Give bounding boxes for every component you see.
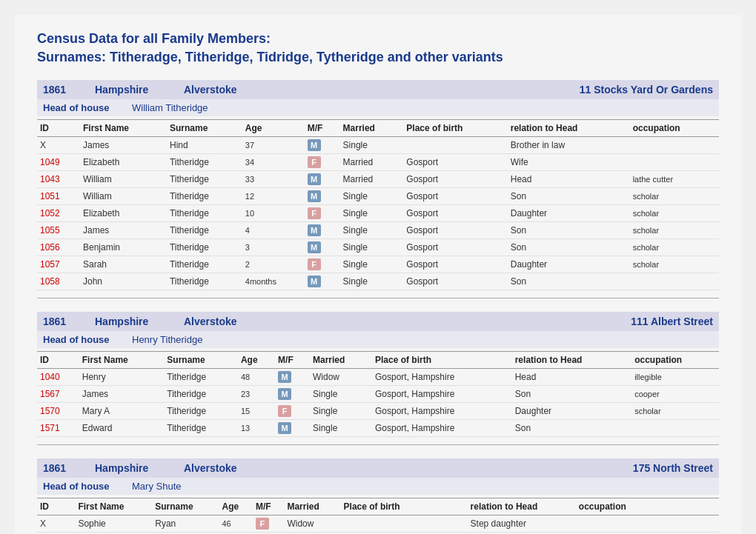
cell-id[interactable]: 1058 [37,273,80,290]
block-subheader-1: Head of house Henry Titheridge [37,331,719,348]
census-table-0: IDFirst NameSurnameAgeM/FMarriedPlace of… [37,119,719,290]
block-year: 1861 [43,84,80,96]
table-row: 1049ElizabethTitheridge34FMarriedGosport… [37,154,719,171]
cell-place-of-birth: Gosport [403,171,507,188]
cell-occupation: scholar [630,188,719,205]
cell-id[interactable]: 1567 [37,386,79,403]
cell-first-name: John [80,273,167,290]
table-row: 1057SarahTitheridge2FSingleGosportDaught… [37,256,719,273]
column-header: Age [238,352,275,369]
cell-married: Widow [310,369,372,386]
cell-place-of-birth: Gosport [403,205,507,222]
cell-married: Single [310,386,372,403]
block-year: 1861 [43,462,80,474]
cell-place-of-birth: Gosport, Hampshire [372,369,512,386]
column-header: Place of birth [403,120,507,137]
female-badge: F [308,258,321,270]
male-badge: M [308,190,321,202]
table-row: XJamesHind37MSingleBrother in law [37,137,719,154]
column-header: ID [37,120,80,137]
block-county: Hampshire [95,462,169,474]
cell-relation: Daughter [508,256,630,273]
cell-first-name: James [79,386,165,403]
table-row: 1058JohnTitheridge4monthsMSingleGosportS… [37,273,719,290]
cell-age: 12 [242,188,305,205]
cell-id[interactable]: 1052 [37,205,80,222]
column-header: ID [37,498,75,515]
cell-first-name: Sarah [80,256,167,273]
cell-first-name: Edward [79,420,165,437]
block-parish: Alverstoke [184,316,273,327]
female-badge: F [278,405,291,417]
cell-married: Single [340,239,404,256]
page-container: Census Data for all Family Members: Surn… [15,15,741,534]
census-block-1: 1861 Hampshire Alverstoke 111 Albert Str… [37,312,719,445]
cell-relation: Wife [508,154,630,171]
cell-occupation: scholar [630,256,719,273]
table-row: XSophieRyan46FWidowStep daughter [37,515,719,533]
column-header: First Name [75,498,152,515]
cell-id[interactable]: 1055 [37,222,80,239]
cell-married: Single [340,188,404,205]
cell-id[interactable]: 1571 [37,420,79,437]
female-badge: F [256,518,269,530]
female-badge: F [308,156,321,168]
cell-age: 46 [219,515,253,533]
cell-mf: M [305,188,340,205]
column-header: relation to Head [468,498,576,515]
cell-surname: Titheridge [167,222,242,239]
cell-id[interactable]: 1056 [37,239,80,256]
cell-surname: Titheridge [167,273,242,290]
cell-id[interactable]: 1040 [37,369,79,386]
cell-id[interactable]: 1043 [37,171,80,188]
cell-age: 3 [242,239,305,256]
cell-occupation [630,273,719,290]
cell-surname: Titheridge [167,171,242,188]
column-header: relation to Head [508,120,630,137]
cell-mf: M [275,369,310,386]
cell-relation: Daughter [512,403,631,420]
head-of-house-name: William Titheridge [132,102,208,113]
block-parish: Alverstoke [184,84,273,96]
block-header-2: 1861 Hampshire Alverstoke 175 North Stre… [37,458,719,478]
cell-married: Single [340,273,404,290]
cell-place-of-birth: Gosport [403,222,507,239]
cell-married: Married [340,171,404,188]
cell-age: 48 [238,369,275,386]
cell-id[interactable]: 1051 [37,188,80,205]
block-address: 175 North Street [633,462,713,474]
cell-married: Married [340,154,404,171]
head-of-house-name: Henry Titheridge [132,334,202,345]
cell-id[interactable]: 1049 [37,154,80,171]
cell-relation: Son [512,420,631,437]
cell-married: Single [340,205,404,222]
cell-surname: Titheridge [164,403,238,420]
column-header: First Name [79,352,165,369]
cell-relation: Daughter [508,205,630,222]
table-row: 1570Mary ATitheridge15FSingleGosport, Ha… [37,403,719,420]
column-header: Age [219,498,253,515]
cell-age: 37 [242,137,305,154]
block-header-0: 1861 Hampshire Alverstoke 11 Stocks Yard… [37,80,719,99]
cell-mf: M [305,222,340,239]
table-row: 1040HenryTitheridge48MWidowGosport, Hamp… [37,369,719,386]
cell-surname: Hind [167,137,242,154]
block-parish: Alverstoke [184,462,273,474]
cell-first-name: Elizabeth [80,205,167,222]
column-header: M/F [305,120,340,137]
cell-occupation [630,154,719,171]
block-year: 1861 [43,316,80,327]
cell-occupation [631,420,719,437]
cell-first-name: William [80,188,167,205]
table-row: 1055JamesTitheridge4MSingleGosportSonsch… [37,222,719,239]
column-header: Place of birth [341,498,468,515]
cell-id[interactable]: 1057 [37,256,80,273]
male-badge: M [308,276,321,287]
head-of-house-label: Head of house [43,102,117,113]
block-county: Hampshire [95,84,169,96]
cell-relation: Step daughter [468,515,576,533]
cell-id[interactable]: 1570 [37,403,79,420]
column-header: Surname [152,498,219,515]
male-badge: M [278,371,291,383]
cell-occupation: scholar [630,222,719,239]
